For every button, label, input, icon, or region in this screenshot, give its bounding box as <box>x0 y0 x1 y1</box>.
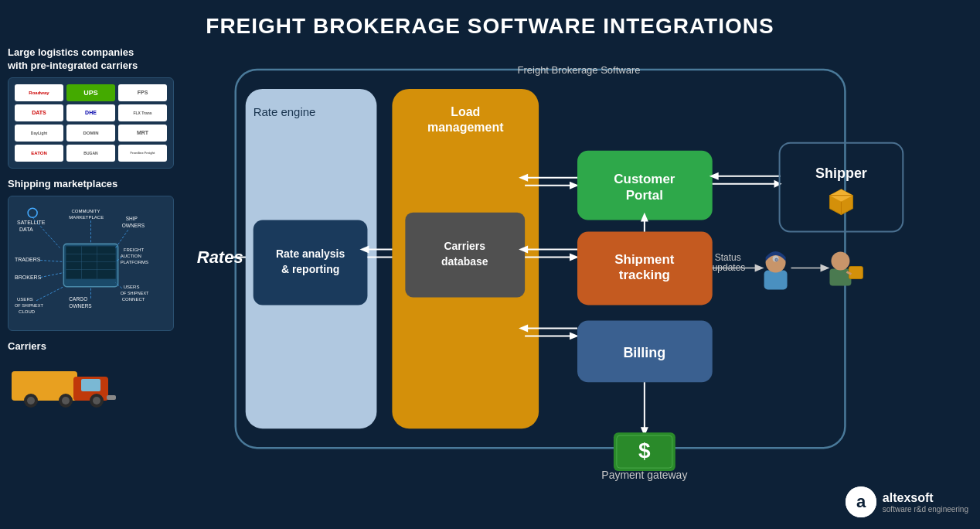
page-title: FREIGHT BROKERAGE SOFTWARE INTEGRATIONS <box>0 0 980 39</box>
svg-marker-82 <box>774 180 782 188</box>
svg-rect-112 <box>849 267 863 279</box>
truck-icon <box>8 360 124 414</box>
svg-text:USERS: USERS <box>17 296 33 301</box>
svg-text:CLOUD: CLOUD <box>19 309 36 313</box>
truck-area <box>8 360 174 414</box>
svg-text:Load: Load <box>451 105 480 118</box>
svg-line-31 <box>36 286 63 300</box>
logo-domin: DOMIN <box>66 125 115 142</box>
svg-text:SHIP: SHIP <box>126 216 138 221</box>
diagram-svg: Rates Rate engine Rate analysis & report… <box>185 43 972 514</box>
svg-text:SATELLITE: SATELLITE <box>17 220 46 225</box>
svg-point-111 <box>831 252 849 271</box>
svg-text:CONNECT: CONNECT <box>122 296 145 301</box>
svg-text:⚙: ⚙ <box>774 258 778 262</box>
logo-fps: FPS <box>118 84 167 101</box>
svg-rect-1 <box>66 246 115 278</box>
svg-rect-94 <box>780 143 903 232</box>
svg-text:OWNERS: OWNERS <box>122 223 145 228</box>
svg-text:BROKERS: BROKERS <box>15 274 42 279</box>
svg-marker-109 <box>820 264 829 272</box>
svg-text:CARGO: CARGO <box>69 295 87 301</box>
svg-line-10 <box>32 217 60 247</box>
svg-text:Rate analysis: Rate analysis <box>276 247 345 260</box>
altexsoft-name: altexsoft <box>883 491 968 505</box>
svg-text:USERS: USERS <box>124 284 140 288</box>
marketplace-diagram-svg: SATELLITE DATA COMMUNITY MARKETPLACE SHI… <box>13 201 168 326</box>
main-diagram: Freight Brokerage Software Rates Rate en… <box>185 43 972 514</box>
svg-point-41 <box>27 397 35 404</box>
svg-text:COMMUNITY: COMMUNITY <box>71 209 100 213</box>
svg-text:tracking: tracking <box>619 268 670 282</box>
svg-text:Shipment: Shipment <box>614 252 675 267</box>
svg-marker-101 <box>755 264 764 272</box>
svg-text:PLATFORMS: PLATFORMS <box>121 260 148 264</box>
svg-text:DATA: DATA <box>19 227 33 232</box>
svg-text:management: management <box>427 121 504 134</box>
svg-text:OF SHIPNEXT: OF SHIPNEXT <box>121 290 149 295</box>
svg-text:Billing: Billing <box>623 345 665 360</box>
svg-point-9 <box>28 208 37 217</box>
svg-text:a: a <box>856 492 866 511</box>
logo-dhe: DHE <box>66 104 115 121</box>
logo-flx: FLX Trans <box>118 104 167 121</box>
svg-point-45 <box>93 397 100 404</box>
altexsoft-logo: a altexsoft software r&d engineering <box>846 486 968 517</box>
altexsoft-sub: software r&d engineering <box>883 505 968 514</box>
svg-rect-46 <box>107 395 116 400</box>
svg-text:Carriers: Carriers <box>444 240 485 252</box>
svg-text:$: $ <box>638 439 651 462</box>
svg-text:Portal: Portal <box>626 188 663 203</box>
logo-bugan: BUGAN <box>66 145 115 162</box>
svg-text:Payment gateway: Payment gateway <box>601 469 687 481</box>
svg-text:database: database <box>441 255 488 268</box>
svg-text:updates: updates <box>713 262 746 273</box>
altexsoft-text: altexsoft software r&d engineering <box>883 491 968 514</box>
logo-roadway: Roadway <box>15 84 63 101</box>
svg-line-33 <box>40 260 63 261</box>
svg-text:Status: Status <box>715 252 741 263</box>
svg-line-35 <box>40 272 63 277</box>
svg-text:OWNERS: OWNERS <box>69 302 92 308</box>
logo-frontline: Frontline Freight <box>118 145 167 162</box>
marketplace-box: SATELLITE DATA COMMUNITY MARKETPLACE SHI… <box>8 196 174 331</box>
carrier-logos-box: Roadway UPS FPS DATS DHE FLX Trans DayLi… <box>8 77 174 169</box>
carriers-title: Carriers <box>8 340 174 353</box>
logo-eaton: EATON <box>15 145 63 162</box>
svg-rect-38 <box>81 379 100 391</box>
svg-text:TRADERS: TRADERS <box>15 257 41 262</box>
svg-text:Customer: Customer <box>614 172 675 186</box>
svg-rect-39 <box>102 379 106 391</box>
large-companies-title: Large logistics companieswith pre-integr… <box>8 46 174 73</box>
logo-dats: DATS <box>15 104 63 121</box>
svg-point-43 <box>62 397 70 404</box>
svg-line-16 <box>116 230 128 247</box>
svg-text:Shipper: Shipper <box>815 166 867 181</box>
shipping-marketplaces-title: Shipping marketplaces <box>8 178 174 191</box>
logo-daylight: DayLight <box>15 125 63 142</box>
svg-rect-104 <box>764 271 788 290</box>
svg-text:Rate engine: Rate engine <box>254 105 316 118</box>
logo-mrt: MRT <box>118 125 167 142</box>
freight-brokerage-label: Freight Brokerage Software <box>185 64 972 76</box>
svg-text:OF SHIPNEXT: OF SHIPNEXT <box>15 302 43 307</box>
logo-ups: UPS <box>66 84 115 101</box>
svg-text:AUCTION: AUCTION <box>121 254 141 258</box>
logo-grid: Roadway UPS FPS DATS DHE FLX Trans DayLi… <box>15 84 167 162</box>
svg-text:& reporting: & reporting <box>281 263 339 275</box>
altexsoft-icon: a <box>846 486 876 517</box>
svg-text:MARKETPLACE: MARKETPLACE <box>69 215 104 220</box>
left-panel: Large logistics companieswith pre-integr… <box>8 46 174 414</box>
svg-text:FREIGHT: FREIGHT <box>124 247 145 252</box>
